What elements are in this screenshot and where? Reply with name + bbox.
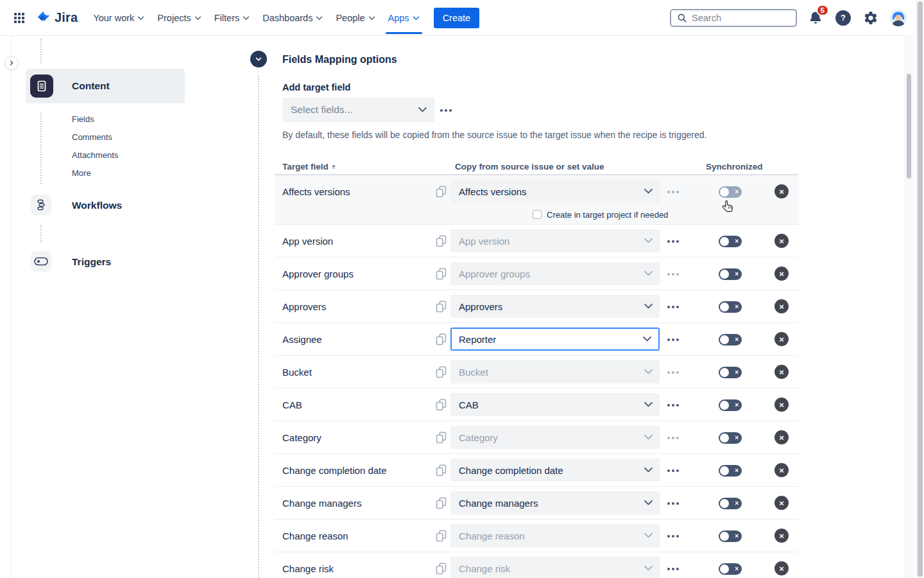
remove-field-button[interactable]: × xyxy=(774,184,789,198)
page-scrollbar-thumb[interactable] xyxy=(918,1,923,577)
synchronized-toggle[interactable]: × xyxy=(719,399,742,411)
profile-button[interactable] xyxy=(889,9,907,27)
close-icon: × xyxy=(779,237,784,245)
synchronized-toggle[interactable]: × xyxy=(719,236,742,247)
remove-field-button[interactable]: × xyxy=(774,561,789,575)
copy-icon[interactable] xyxy=(436,520,447,552)
copy-icon[interactable] xyxy=(436,225,447,258)
row-more-menu[interactable] xyxy=(665,225,681,258)
row-more-menu[interactable] xyxy=(665,356,681,389)
synchronized-toggle[interactable]: × xyxy=(719,301,742,313)
row-more-menu[interactable] xyxy=(665,175,681,208)
synchronized-toggle[interactable]: × xyxy=(719,334,742,346)
row-more-menu[interactable] xyxy=(665,290,681,323)
synchronized-toggle[interactable]: × xyxy=(719,186,742,198)
source-field-select[interactable]: Bucket xyxy=(450,360,660,383)
field-mapping-row: App version App version × × xyxy=(275,225,798,258)
search-input[interactable] xyxy=(692,13,782,23)
toggle-off-x-icon: × xyxy=(735,367,739,378)
sidebar-item-comments[interactable]: Comments xyxy=(72,128,112,146)
remove-field-button[interactable]: × xyxy=(774,529,789,543)
copy-icon[interactable] xyxy=(436,258,447,290)
copy-icon[interactable] xyxy=(436,487,447,520)
remove-field-button[interactable]: × xyxy=(774,398,789,412)
row-more-menu[interactable] xyxy=(665,552,681,578)
copy-icon[interactable] xyxy=(436,356,447,389)
primary-navigation: Your work Projects Filters Dashboards Pe… xyxy=(87,0,425,36)
source-field-select[interactable]: Reporter xyxy=(450,328,660,351)
source-field-select[interactable]: Approvers xyxy=(450,295,660,318)
synchronized-toggle[interactable]: × xyxy=(719,498,742,509)
synchronized-toggle[interactable]: × xyxy=(719,268,742,280)
select-fields-dropdown[interactable]: Select fields... xyxy=(282,98,434,122)
synchronized-toggle[interactable]: × xyxy=(719,465,742,477)
remove-field-button[interactable]: × xyxy=(774,463,789,477)
copy-icon[interactable] xyxy=(436,175,447,208)
create-button[interactable]: Create xyxy=(434,8,480,28)
row-more-menu[interactable] xyxy=(665,487,681,520)
close-icon: × xyxy=(779,368,784,376)
copy-icon[interactable] xyxy=(436,290,447,323)
inner-scrollbar-thumb[interactable] xyxy=(907,74,911,179)
source-field-select[interactable]: Change risk xyxy=(450,557,660,578)
source-field-select[interactable]: Change completion date xyxy=(450,459,660,482)
section-title: Fields Mapping options xyxy=(282,54,397,66)
remove-field-button[interactable]: × xyxy=(774,496,789,510)
sidebar-expand-button[interactable] xyxy=(4,56,19,70)
source-field-select[interactable]: Category xyxy=(450,426,660,449)
remove-field-button[interactable]: × xyxy=(774,430,789,444)
sidebar-item-fields[interactable]: Fields xyxy=(72,110,94,128)
target-field-name: Affects versions xyxy=(282,175,350,208)
copy-icon[interactable] xyxy=(436,454,447,487)
nav-item-filters[interactable]: Filters xyxy=(208,8,256,28)
source-field-select[interactable]: Affects versions xyxy=(450,180,660,203)
source-field-select[interactable]: Change reason xyxy=(450,524,660,547)
sidebar-item-triggers[interactable]: Triggers xyxy=(72,256,111,268)
sidebar-item-workflows[interactable]: Workflows xyxy=(72,200,122,211)
synchronized-toggle[interactable]: × xyxy=(719,530,742,542)
copy-icon[interactable] xyxy=(436,421,447,454)
row-more-menu[interactable] xyxy=(665,389,681,421)
nav-item-your-work[interactable]: Your work xyxy=(87,8,151,28)
add-field-more-menu[interactable] xyxy=(440,105,452,116)
nav-item-projects[interactable]: Projects xyxy=(151,8,207,28)
copy-icon[interactable] xyxy=(436,389,447,421)
row-more-menu[interactable] xyxy=(665,258,681,290)
synchronized-toggle[interactable]: × xyxy=(719,432,742,444)
row-more-menu[interactable] xyxy=(665,454,681,487)
global-search[interactable] xyxy=(670,9,797,27)
create-in-target-checkbox[interactable] xyxy=(533,210,542,219)
row-more-menu[interactable] xyxy=(665,520,681,552)
section-collapse-button[interactable] xyxy=(250,51,267,67)
remove-field-button[interactable]: × xyxy=(774,234,789,248)
settings-button[interactable] xyxy=(862,9,880,27)
jira-logo[interactable]: Jira xyxy=(35,10,78,26)
row-more-menu[interactable] xyxy=(665,421,681,454)
notifications-button[interactable]: 5 xyxy=(807,9,825,27)
nav-item-dashboards[interactable]: Dashboards xyxy=(256,8,329,28)
help-button[interactable]: ? xyxy=(834,9,852,27)
nav-item-people[interactable]: People xyxy=(329,8,381,28)
app-switcher-icon[interactable] xyxy=(9,8,30,28)
toggle-off-x-icon: × xyxy=(735,432,739,444)
source-field-select[interactable]: Approver groups xyxy=(450,262,660,285)
remove-field-button[interactable]: × xyxy=(774,267,789,281)
copy-icon[interactable] xyxy=(436,323,447,356)
source-field-select[interactable]: Change managers xyxy=(450,491,660,514)
remove-field-button[interactable]: × xyxy=(774,332,789,346)
sidebar-item-more[interactable]: More xyxy=(72,164,91,182)
remove-field-button[interactable]: × xyxy=(774,299,789,313)
synchronized-toggle[interactable]: × xyxy=(719,563,742,575)
source-field-select[interactable]: CAB xyxy=(450,393,660,416)
nav-item-apps[interactable]: Apps xyxy=(382,8,426,28)
source-field-select[interactable]: App version xyxy=(450,229,660,252)
remove-field-button[interactable]: × xyxy=(774,365,789,379)
sidebar-item-attachments[interactable]: Attachments xyxy=(72,146,118,164)
field-mapping-row: CAB CAB × × xyxy=(275,389,798,421)
row-more-menu[interactable] xyxy=(665,323,681,356)
copy-icon[interactable] xyxy=(436,552,447,578)
header-target-field[interactable]: Target field xyxy=(282,157,337,175)
chevron-down-icon xyxy=(418,107,427,113)
close-icon: × xyxy=(779,466,784,475)
synchronized-toggle[interactable]: × xyxy=(719,367,742,378)
